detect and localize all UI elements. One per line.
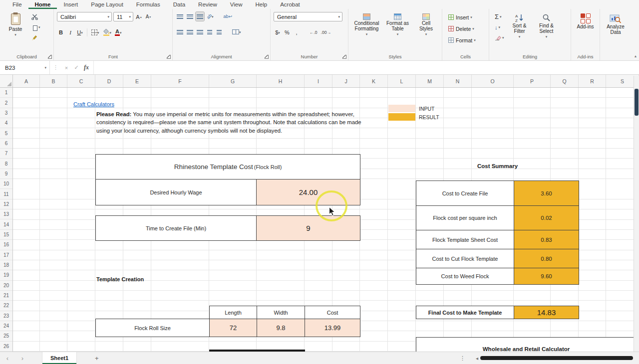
row-header-26[interactable]: 26 bbox=[0, 342, 12, 352]
row-header-11[interactable]: 11 bbox=[0, 189, 12, 199]
tab-help[interactable]: Help bbox=[249, 0, 274, 9]
cut-button[interactable] bbox=[30, 12, 42, 21]
clear-button[interactable]: ▾ bbox=[493, 33, 506, 42]
name-box[interactable]: B23 ▾ bbox=[0, 61, 50, 74]
row-header-25[interactable]: 25 bbox=[0, 331, 12, 341]
increase-indent-button[interactable] bbox=[215, 27, 223, 36]
hscroll-left-icon[interactable]: ◂ bbox=[476, 356, 478, 361]
row-header-16[interactable]: 16 bbox=[0, 240, 12, 250]
decrease-font-size-button[interactable]: A▾ bbox=[144, 12, 152, 21]
column-header-G[interactable]: G bbox=[209, 75, 257, 87]
row-header-23[interactable]: 23 bbox=[0, 311, 12, 321]
conditional-formatting-button[interactable]: Conditional Formatting ▾ bbox=[352, 11, 382, 36]
row-header-3[interactable]: 3 bbox=[0, 108, 12, 118]
accounting-format-button[interactable]: $▾ bbox=[274, 28, 282, 37]
clipboard-dialog-launcher[interactable] bbox=[48, 55, 52, 59]
paste-button[interactable]: Paste ▾ bbox=[4, 11, 27, 36]
font-color-button[interactable]: A▾ bbox=[114, 28, 122, 37]
delete-cells-button[interactable]: Delete▾ bbox=[448, 23, 486, 34]
number-dialog-launcher[interactable] bbox=[342, 55, 346, 59]
cost-create-file-label[interactable]: Cost to Create File bbox=[416, 181, 514, 205]
column-header-K[interactable]: K bbox=[360, 75, 388, 87]
row-header-17[interactable]: 17 bbox=[0, 250, 12, 260]
column-header-C[interactable]: C bbox=[67, 75, 95, 87]
row-header-20[interactable]: 20 bbox=[0, 281, 12, 291]
cancel-entry-button[interactable]: × bbox=[61, 65, 71, 71]
increase-decimal-button[interactable]: ←.0 bbox=[309, 28, 319, 37]
row-header-6[interactable]: 6 bbox=[0, 139, 12, 149]
merge-center-button[interactable]: ▾ bbox=[231, 27, 242, 36]
comma-style-button[interactable]: , bbox=[293, 28, 301, 37]
time-to-create-value-cell[interactable]: 9 bbox=[256, 215, 360, 241]
fill-color-button[interactable]: ▾ bbox=[102, 28, 113, 37]
craft-calculators-link[interactable]: Craft Calculators bbox=[73, 101, 114, 107]
font-size-select[interactable]: 11▾ bbox=[113, 12, 133, 21]
increase-font-size-button[interactable]: A▴ bbox=[135, 12, 143, 21]
row-header-18[interactable]: 18 bbox=[0, 260, 12, 270]
row-header-14[interactable]: 14 bbox=[0, 219, 12, 229]
align-top-button[interactable] bbox=[176, 12, 184, 21]
copy-button[interactable]: ▾ bbox=[30, 23, 42, 31]
row-header-5[interactable]: 5 bbox=[0, 128, 12, 138]
column-header-R[interactable]: R bbox=[579, 75, 606, 87]
align-center-button[interactable] bbox=[186, 27, 194, 36]
column-header-L[interactable]: L bbox=[388, 75, 416, 87]
row-header-9[interactable]: 9 bbox=[0, 169, 12, 179]
column-header-H[interactable]: H bbox=[257, 75, 305, 87]
align-left-button[interactable] bbox=[176, 27, 184, 36]
font-dialog-launcher[interactable] bbox=[167, 55, 171, 59]
length-header-cell[interactable]: Length bbox=[209, 306, 257, 319]
font-name-select[interactable]: Calibri▾ bbox=[57, 12, 112, 21]
vertical-scrollbar[interactable] bbox=[634, 76, 639, 352]
row-header-2[interactable]: 2 bbox=[0, 98, 12, 108]
tab-page-layout[interactable]: Page Layout bbox=[84, 0, 130, 9]
flock-roll-size-label-cell[interactable]: Flock Roll Size bbox=[95, 319, 210, 337]
row-header-10[interactable]: 10 bbox=[0, 179, 12, 189]
cost-weed-flock-label[interactable]: Cost to Weed Flock bbox=[416, 268, 514, 284]
width-header-cell[interactable]: Width bbox=[257, 306, 305, 319]
flock-roll-cost-cell[interactable]: 13.99 bbox=[305, 319, 360, 337]
decrease-decimal-button[interactable]: .00→ bbox=[320, 28, 332, 37]
tab-review[interactable]: Review bbox=[192, 0, 224, 9]
column-header-F[interactable]: F bbox=[151, 75, 209, 87]
cost-create-file-value[interactable]: 3.60 bbox=[514, 181, 579, 205]
flock-sheet-cost-label[interactable]: Flock Template Sheet Cost bbox=[416, 230, 514, 249]
orientation-button[interactable]: ab▾ bbox=[206, 12, 215, 21]
tabbar-overflow-menu[interactable]: ⋮ bbox=[460, 355, 465, 362]
sort-filter-button[interactable]: AZ Sort & Filter ▾ bbox=[507, 11, 533, 38]
cost-cut-flock-label[interactable]: Cost to Cut Flock Template bbox=[416, 249, 514, 268]
tab-formulas[interactable]: Formulas bbox=[130, 0, 167, 9]
flock-cost-sq-inch-value[interactable]: 0.02 bbox=[514, 206, 579, 230]
align-middle-button[interactable] bbox=[186, 12, 194, 21]
add-ins-button[interactable]: Add-ins bbox=[573, 11, 599, 30]
flock-sheet-cost-value[interactable]: 0.83 bbox=[514, 230, 579, 249]
bold-button[interactable]: B bbox=[57, 28, 65, 37]
horizontal-scrollbar[interactable] bbox=[480, 356, 633, 360]
flock-cost-sq-inch-label[interactable]: Flock cost per square inch bbox=[416, 206, 514, 230]
column-header-O[interactable]: O bbox=[472, 75, 514, 87]
row-header-7[interactable]: 7 bbox=[0, 149, 12, 159]
format-as-table-button[interactable]: Format as Table ▾ bbox=[383, 11, 413, 36]
cost-weed-flock-value[interactable]: 9.60 bbox=[514, 268, 579, 284]
autosum-button[interactable]: Σ▾ bbox=[493, 12, 506, 21]
name-box-dropdown-icon[interactable]: ▾ bbox=[44, 66, 46, 69]
align-bottom-button[interactable] bbox=[196, 12, 204, 21]
align-right-button[interactable] bbox=[196, 27, 204, 36]
tab-view[interactable]: View bbox=[224, 0, 249, 9]
italic-button[interactable]: I bbox=[66, 28, 74, 37]
tab-insert[interactable]: Insert bbox=[57, 0, 84, 9]
column-header-J[interactable]: J bbox=[332, 75, 360, 87]
row-header-13[interactable]: 13 bbox=[0, 209, 12, 219]
flock-roll-width-cell[interactable]: 9.8 bbox=[257, 319, 305, 337]
decrease-indent-button[interactable] bbox=[206, 27, 214, 36]
horizontal-scrollbar-thumb[interactable] bbox=[480, 356, 633, 360]
column-header-I[interactable]: I bbox=[305, 75, 332, 87]
row-header-12[interactable]: 12 bbox=[0, 199, 12, 209]
column-header-D[interactable]: D bbox=[95, 75, 123, 87]
vertical-scrollbar-thumb[interactable] bbox=[635, 89, 639, 116]
sheet-tab-sheet1[interactable]: Sheet1 bbox=[42, 352, 77, 364]
cost-header-cell[interactable]: Cost bbox=[305, 306, 360, 319]
hourly-wage-label-cell[interactable]: Desired Hourly Wage bbox=[95, 179, 257, 205]
column-header-A[interactable]: A bbox=[13, 75, 40, 87]
final-cost-value[interactable]: 14.83 bbox=[514, 306, 579, 319]
